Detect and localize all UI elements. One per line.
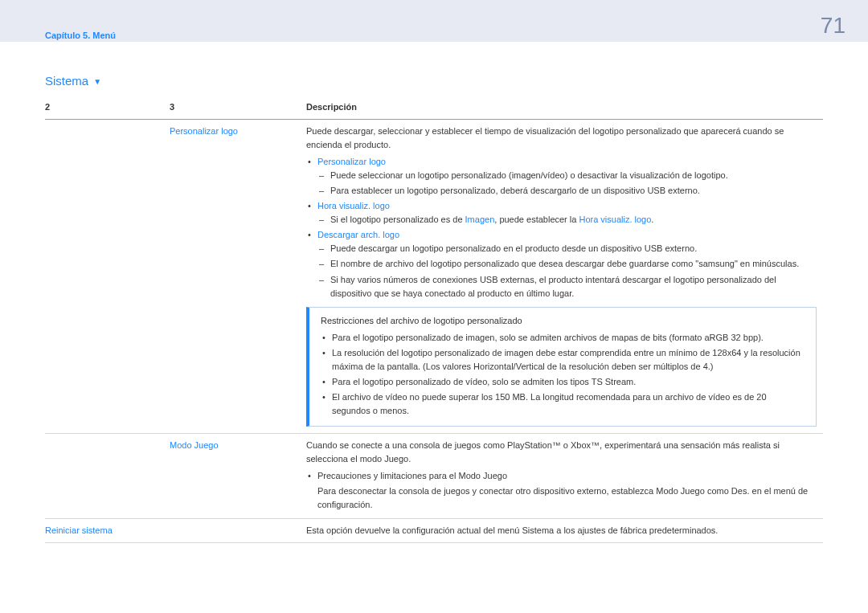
- inline-link-imagen: Imagen: [465, 215, 495, 224]
- desc-text: Si hay varios números de conexiones USB …: [317, 273, 817, 300]
- menu-item-personalizar-logo[interactable]: Personalizar logo: [170, 126, 238, 136]
- restrictions-info-box: Restricciones del archivo de logotipo pe…: [306, 307, 817, 427]
- table-header-row: 2 3 Descripción: [45, 97, 823, 120]
- desc-text: Puede seleccionar un logotipo personaliz…: [317, 169, 817, 182]
- desc-text: Para desconectar la consola de juegos y …: [317, 484, 817, 512]
- info-box-title: Restricciones del archivo de logotipo pe…: [321, 314, 806, 328]
- desc-text: El nombre de archivo del logotipo person…: [317, 257, 817, 271]
- desc-intro: Cuando se conecte a una consola de juego…: [306, 439, 817, 466]
- section-title[interactable]: Sistema ▼: [45, 74, 823, 88]
- col-header-3: 3: [170, 97, 306, 120]
- desc-text: Esta opción devuelve la configuración ac…: [306, 519, 823, 543]
- desc-text: Puede descargar un logotipo personalizad…: [317, 242, 817, 255]
- sub-heading-hora-visualiz-logo: Hora visualiz. logo: [317, 201, 390, 210]
- collapse-triangle-icon: ▼: [93, 77, 101, 86]
- menu-item-reiniciar-sistema[interactable]: Reiniciar sistema: [45, 525, 113, 535]
- col-header-desc: Descripción: [306, 97, 823, 120]
- info-box-item: El archivo de vídeo no puede superar los…: [321, 390, 806, 418]
- menu-table: 2 3 Descripción Personalizar logo Puede …: [45, 97, 823, 543]
- section-title-text: Sistema: [45, 74, 88, 88]
- page-content: Sistema ▼ 2 3 Descripción Personalizar l…: [0, 42, 868, 559]
- header-bar: Capítulo 5. Menú 71: [0, 0, 868, 42]
- info-box-item: La resolución del logotipo personalizado…: [321, 346, 806, 374]
- page-number: 71: [821, 13, 845, 39]
- desc-intro: Puede descargar, seleccionar y establece…: [306, 125, 817, 152]
- sub-heading-descargar-arch-logo: Descargar arch. logo: [317, 230, 399, 239]
- table-row: Personalizar logo Puede descargar, selec…: [45, 120, 823, 434]
- menu-item-modo-juego[interactable]: Modo Juego: [170, 440, 219, 450]
- desc-text: Si el logotipo personalizado es de Image…: [317, 213, 817, 227]
- table-row: Reiniciar sistema Esta opción devuelve l…: [45, 519, 823, 543]
- table-row: Modo Juego Cuando se conecte a una conso…: [45, 433, 823, 518]
- desc-text: Precauciones y limitaciones para el Modo…: [317, 471, 507, 480]
- desc-text: Para establecer un logotipo personalizad…: [317, 184, 817, 198]
- info-box-item: Para el logotipo personalizado de vídeo,…: [321, 375, 806, 389]
- col-header-2: 2: [45, 97, 170, 120]
- info-box-item: Para el logotipo personalizado de imagen…: [321, 331, 806, 345]
- inline-link-hora-visualiz-logo: Hora visualiz. logo: [579, 215, 651, 224]
- breadcrumb[interactable]: Capítulo 5. Menú: [45, 31, 116, 40]
- sub-heading-personalizar-logo: Personalizar logo: [317, 157, 386, 166]
